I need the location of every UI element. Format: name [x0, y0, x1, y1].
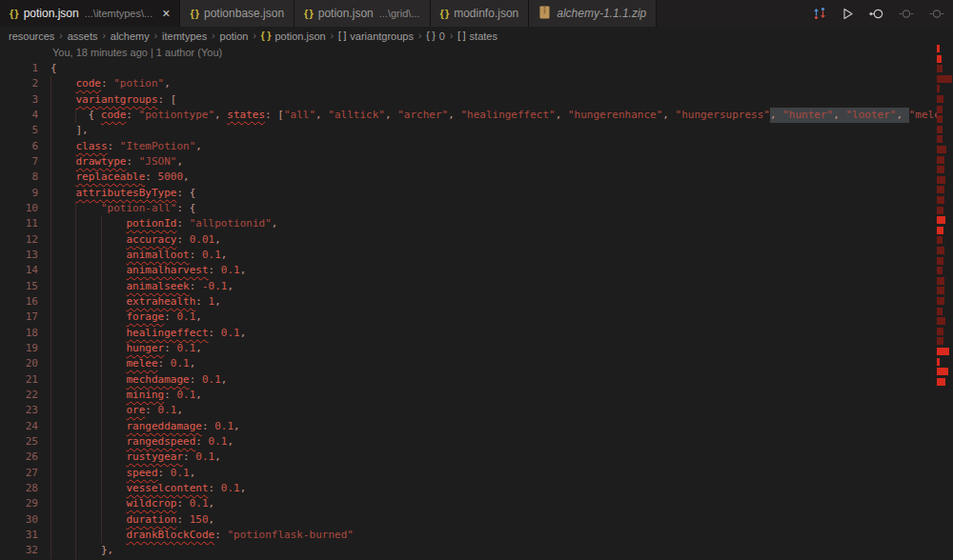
- compare-changes-icon[interactable]: [812, 6, 827, 21]
- run-circle-icon[interactable]: [868, 7, 884, 21]
- line-number[interactable]: 20: [0, 356, 38, 371]
- breadcrumb-item-alchemy[interactable]: alchemy: [111, 30, 150, 42]
- code-line[interactable]: 31drankBlockCode: "potionflask-burned": [0, 528, 953, 543]
- line-number[interactable]: 6: [0, 139, 38, 154]
- code-line[interactable]: 4{ code: "potiontype", states: ["all", "…: [0, 108, 953, 123]
- line-number[interactable]: 11: [0, 216, 38, 231]
- code-line[interactable]: 9attributesByType: {: [0, 186, 953, 201]
- breadcrumb-separator: ›: [59, 30, 62, 41]
- minimap-line: [937, 297, 944, 305]
- line-number[interactable]: 12: [0, 232, 38, 248]
- tab-potion-json-grid[interactable]: { }potion.json...\grid\...: [294, 0, 430, 27]
- code-line[interactable]: 29wildcrop: 0.1,: [0, 496, 953, 511]
- code-line[interactable]: 8replaceable: 5000,: [0, 170, 953, 185]
- code-line[interactable]: 11potionId: "allpotionid",: [0, 216, 953, 231]
- circle-icon-1[interactable]: [898, 7, 915, 21]
- code-line[interactable]: 16extrahealth: 1,: [0, 294, 953, 310]
- tab-alchemy-zip[interactable]: alchemy-1.1.1.zip: [529, 0, 657, 27]
- code-line[interactable]: 21mechdamage: 0.1,: [0, 372, 953, 388]
- breadcrumb-item-itemtypes[interactable]: itemtypes: [162, 30, 207, 42]
- line-number[interactable]: 26: [0, 450, 38, 465]
- tab-potion-json-itemtypes[interactable]: { }potion.json...\itemtypes\...×: [0, 0, 180, 27]
- code-line[interactable]: 15animalseek: -0.1,: [0, 279, 953, 294]
- line-number[interactable]: 15: [0, 279, 38, 294]
- code-line[interactable]: 17forage: 0.1,: [0, 310, 953, 325]
- indent-guides: [51, 403, 126, 418]
- array-icon: [ ]: [457, 30, 465, 41]
- code-line[interactable]: 10"potion-all": {: [0, 201, 953, 216]
- breadcrumb-item-variantgroups[interactable]: [ ]variantgroups: [338, 30, 414, 42]
- minimap-line: [937, 85, 940, 92]
- line-number[interactable]: 23: [0, 403, 38, 418]
- line-number[interactable]: 7: [0, 154, 38, 170]
- line-number[interactable]: 14: [0, 263, 38, 278]
- tab-label: potion.json: [24, 7, 79, 20]
- line-number[interactable]: 3: [0, 92, 38, 108]
- breadcrumb-item-potion-json[interactable]: { }potion.json: [261, 30, 326, 42]
- line-number[interactable]: 24: [0, 419, 38, 434]
- line-number[interactable]: 28: [0, 481, 38, 496]
- code-line[interactable]: 6class: "ItemPotion",: [0, 139, 953, 154]
- line-number[interactable]: 25: [0, 434, 38, 450]
- line-number[interactable]: 8: [0, 170, 38, 185]
- tab-modinfo-json[interactable]: { }modinfo.json: [431, 0, 530, 27]
- minimap[interactable]: [937, 45, 953, 560]
- code-line[interactable]: 7drawtype: "JSON",: [0, 154, 953, 170]
- line-number[interactable]: 13: [0, 248, 38, 263]
- breadcrumb-item-0[interactable]: { }0: [426, 30, 445, 42]
- code-line[interactable]: 12accuracy: 0.01,: [0, 232, 953, 248]
- code-line[interactable]: 27speed: 0.1,: [0, 466, 953, 481]
- line-number[interactable]: 5: [0, 123, 38, 138]
- code-line[interactable]: 23ore: 0.1,: [0, 403, 953, 418]
- code-line[interactable]: 26rustygear: 0.1,: [0, 450, 953, 465]
- code-line[interactable]: 13animalloot: 0.1,: [0, 248, 953, 263]
- line-number[interactable]: 18: [0, 326, 38, 341]
- code-line[interactable]: 5],: [0, 123, 953, 138]
- line-number[interactable]: 31: [0, 528, 38, 543]
- code-line[interactable]: 19hunger: 0.1,: [0, 341, 953, 356]
- code-line[interactable]: 22mining: 0.1,: [0, 388, 953, 403]
- editor[interactable]: You, 18 minutes ago | 1 author (You) 1{2…: [0, 45, 953, 560]
- line-number[interactable]: 30: [0, 512, 38, 528]
- run-icon[interactable]: [841, 7, 855, 21]
- line-number[interactable]: 9: [0, 186, 38, 201]
- indent-guides: [51, 434, 126, 450]
- code-line[interactable]: 2code: "potion",: [0, 76, 953, 91]
- line-number[interactable]: 1: [0, 61, 38, 76]
- code-line[interactable]: 18healingeffect: 0.1,: [0, 326, 953, 341]
- gutter-gap: [38, 403, 51, 418]
- line-number[interactable]: 32: [0, 543, 38, 558]
- line-number[interactable]: 10: [0, 201, 38, 216]
- tab-potionbase-json[interactable]: { }potionbase.json: [180, 0, 294, 27]
- minimap-line: [937, 236, 943, 244]
- code-line[interactable]: 14animalharvest: 0.1,: [0, 263, 953, 278]
- code-line[interactable]: 24rangeddamage: 0.1,: [0, 419, 953, 434]
- line-number[interactable]: 17: [0, 310, 38, 325]
- breadcrumb-item-assets[interactable]: assets: [68, 30, 98, 42]
- code-line[interactable]: 1{: [0, 61, 953, 76]
- code-line[interactable]: 30duration: 150,: [0, 512, 953, 528]
- minimap-line: [937, 378, 945, 386]
- blame-annotation[interactable]: You, 18 minutes ago | 1 author (You): [0, 45, 953, 61]
- close-icon[interactable]: ×: [162, 7, 170, 20]
- line-number[interactable]: 22: [0, 388, 38, 403]
- line-number[interactable]: 2: [0, 76, 38, 91]
- code-line[interactable]: 25rangedspeed: 0.1,: [0, 434, 953, 450]
- code-line[interactable]: 28vesselcontent: 0.1,: [0, 481, 953, 496]
- circle-icon-2[interactable]: [928, 7, 945, 21]
- line-number[interactable]: 4: [0, 108, 38, 123]
- minimap-line: [937, 317, 945, 325]
- code-line[interactable]: 3variantgroups: [: [0, 92, 953, 108]
- line-number[interactable]: 29: [0, 496, 38, 511]
- line-number[interactable]: 19: [0, 341, 38, 356]
- line-number[interactable]: 21: [0, 372, 38, 388]
- code-line[interactable]: 32},: [0, 543, 953, 558]
- code-line[interactable]: 20melee: 0.1,: [0, 356, 953, 371]
- breadcrumb-item-potion[interactable]: potion: [220, 30, 249, 42]
- breadcrumb-item-resources[interactable]: resources: [9, 30, 54, 42]
- indent-guides: [51, 108, 89, 123]
- line-number[interactable]: 27: [0, 466, 38, 481]
- breadcrumb-label: variantgroups: [350, 30, 414, 42]
- line-number[interactable]: 16: [0, 294, 38, 310]
- breadcrumb-item-states[interactable]: [ ]states: [457, 30, 497, 42]
